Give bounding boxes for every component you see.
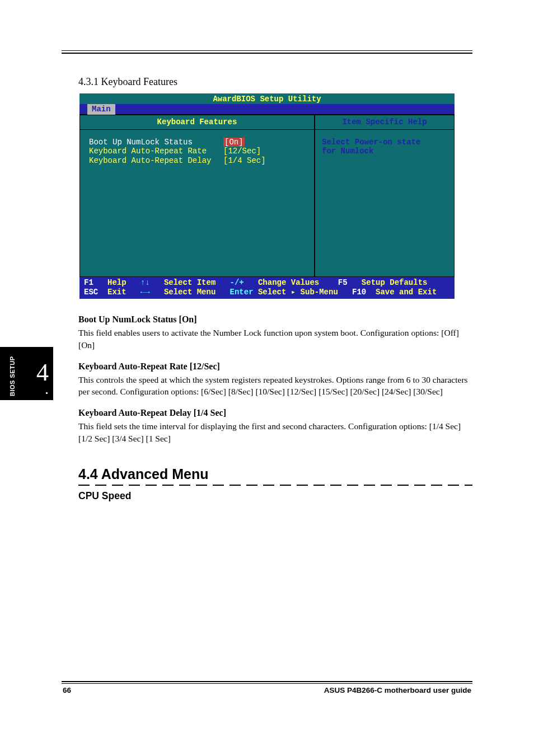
bios-key-updown: ↑↓ xyxy=(140,278,150,288)
bios-footer: F1 Help ↑↓ Select Item -/+ Change Values… xyxy=(79,277,455,299)
bios-key-label: Select ▸ Sub-Menu xyxy=(258,288,338,297)
page-number: 66 xyxy=(63,686,71,694)
bios-key-esc: ESC xyxy=(84,288,98,297)
dashed-rule xyxy=(78,485,472,486)
page-footer: 66 ASUS P4B266-C motherboard user guide xyxy=(62,684,472,694)
side-thumb-tab: BIOS SETUP 4 . xyxy=(0,347,53,400)
bios-key-label: Change Values xyxy=(258,278,319,288)
item-title-rate: Keyboard Auto-Repeat Rate [12/Sec] xyxy=(78,361,472,372)
bios-item-label: Boot Up NumLock Status xyxy=(89,138,223,147)
bios-item-value[interactable]: [On] xyxy=(223,138,245,147)
bios-item-value[interactable]: [1/4 Sec] xyxy=(223,156,266,166)
item-body-numlock: This field enables users to activate the… xyxy=(78,327,472,351)
bios-key-label: Exit xyxy=(107,288,127,297)
side-tab-dot: . xyxy=(45,380,49,398)
bios-title: AwardBIOS Setup Utility xyxy=(79,93,455,104)
bios-item-numlock[interactable]: Boot Up NumLock Status [On] xyxy=(89,138,305,147)
bios-item-label: Keyboard Auto-Repeat Rate xyxy=(89,147,223,156)
bios-key-plusminus: -/+ xyxy=(230,278,244,288)
bios-item-repeat-delay[interactable]: Keyboard Auto-Repeat Delay [1/4 Sec] xyxy=(89,156,305,166)
bios-key-label: Setup Defaults xyxy=(362,278,428,288)
sub-heading-cpu-speed: CPU Speed xyxy=(78,490,472,502)
bios-items: Boot Up NumLock Status [On] Keyboard Aut… xyxy=(80,130,314,173)
bios-key-f5: F5 xyxy=(338,278,348,288)
item-title-numlock: Boot Up NumLock Status [On] xyxy=(78,314,472,325)
bios-item-repeat-rate[interactable]: Keyboard Auto-Repeat Rate [12/Sec] xyxy=(89,147,305,156)
bios-left-pane: Keyboard Features Boot Up NumLock Status… xyxy=(79,115,315,277)
bios-key-f10: F10 xyxy=(352,288,366,297)
bios-help-line: Select Power-on state xyxy=(322,138,447,147)
bios-right-pane: Item Specific Help Select Power-on state… xyxy=(315,115,455,277)
item-title-delay: Keyboard Auto-Repeat Delay [1/4 Sec] xyxy=(78,408,472,418)
bios-key-label: Select Item xyxy=(164,278,216,288)
bios-key-label: Help xyxy=(107,278,127,288)
bios-key-label: Save and Exit xyxy=(376,288,437,297)
side-tab-label: BIOS SETUP xyxy=(9,356,16,396)
bios-key-label: Select Menu xyxy=(164,288,216,297)
bios-key-leftright: ←→ xyxy=(140,288,150,297)
bios-item-value[interactable]: [12/Sec] xyxy=(223,147,261,156)
bios-help-text: Select Power-on state for Numlock xyxy=(315,130,454,165)
item-body-rate: This controls the speed at which the sys… xyxy=(78,374,472,398)
bios-screenshot: AwardBIOS Setup Utility Main Keyboard Fe… xyxy=(79,93,455,299)
bios-left-title: Keyboard Features xyxy=(80,115,314,130)
advanced-menu-heading: 4.4 Advanced Menu xyxy=(78,466,472,482)
bios-key-enter: Enter xyxy=(230,288,254,297)
bios-right-title: Item Specific Help xyxy=(315,115,454,130)
bios-help-line: for Numlock xyxy=(322,147,447,156)
bios-key-f1: F1 xyxy=(84,278,93,288)
bios-item-label: Keyboard Auto-Repeat Delay xyxy=(89,156,223,166)
item-body-delay: This field sets the time interval for di… xyxy=(78,420,472,444)
section-heading: 4.3.1 Keyboard Features xyxy=(78,76,472,88)
footer-text: ASUS P4B266-C motherboard user guide xyxy=(324,686,471,694)
top-rule xyxy=(62,50,472,54)
bios-tab-main[interactable]: Main xyxy=(87,104,115,115)
bios-tabs: Main xyxy=(79,104,455,114)
